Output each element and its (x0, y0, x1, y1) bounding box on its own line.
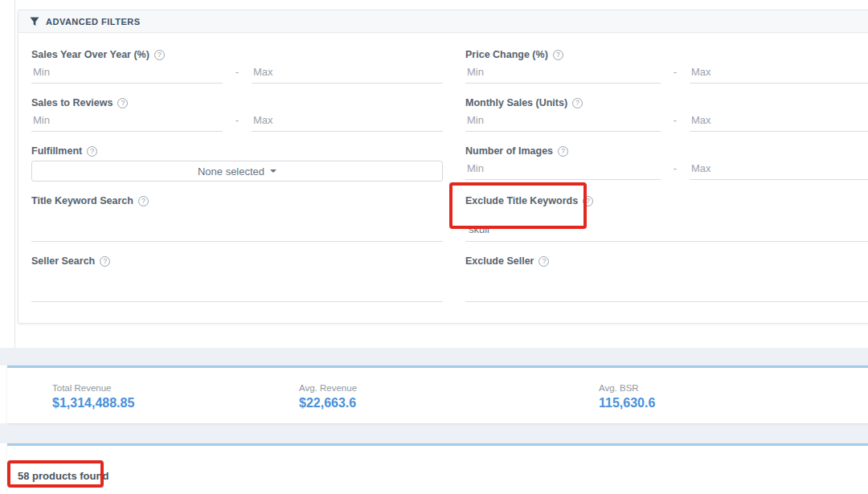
help-icon[interactable]: ? (572, 98, 583, 108)
max-input[interactable] (690, 64, 868, 84)
field-label: Price Change (%) ? (465, 49, 868, 60)
field-label-text: Number of Images (465, 145, 553, 157)
help-icon[interactable]: ? (100, 256, 110, 267)
field-label-text: Fulfillment (31, 145, 82, 157)
min-input[interactable] (31, 112, 223, 132)
filter-funnel-icon (30, 17, 39, 27)
stat-total-revenue: Total Revenue $1,314,488.85 (52, 383, 134, 410)
min-input[interactable] (465, 64, 661, 84)
advanced-filters-title: ADVANCED FILTERS (46, 17, 141, 27)
minmax-inputs: - (465, 64, 868, 84)
stat-label: Avg. Revenue (299, 383, 357, 393)
chevron-down-icon (270, 169, 276, 173)
field-exclude-title-keywords: Exclude Title Keywords ? (465, 195, 868, 242)
filter-row: Sales Year Over Year (%) ? - Price Chang… (31, 49, 868, 84)
help-icon[interactable]: ? (553, 50, 563, 60)
field-number-of-images: Number of Images ? - (465, 145, 868, 182)
max-input[interactable] (252, 112, 443, 132)
products-found-count: 58 products found (18, 470, 108, 482)
field-exclude-seller: Exclude Seller ? (465, 255, 868, 302)
field-label-text: Sales to Reviews (31, 97, 113, 108)
filter-row: Sales to Reviews ? - Monthly Sales (Unit… (31, 97, 868, 132)
stat-label: Total Revenue (52, 383, 134, 393)
fulfillment-select-value: None selected (198, 165, 264, 178)
title-keyword-search-input[interactable] (31, 210, 443, 242)
field-price-change: Price Change (%) ? - (465, 49, 868, 84)
filter-row: Fulfillment ? None selected Number of Im… (31, 145, 868, 182)
stat-value: $22,663.6 (299, 396, 357, 410)
field-label: Fulfillment ? (31, 145, 443, 157)
section-gap (0, 423, 868, 443)
field-seller-search: Seller Search ? (31, 255, 465, 302)
seller-search-input[interactable] (31, 271, 443, 302)
min-input[interactable] (465, 112, 661, 132)
field-label: Title Keyword Search ? (31, 195, 443, 206)
stat-value: 115,630.6 (599, 396, 655, 410)
section-gap (0, 348, 868, 365)
stat-value: $1,314,488.85 (52, 396, 134, 410)
minmax-inputs: - (465, 161, 868, 180)
exclude-title-keywords-input[interactable] (465, 210, 868, 242)
advanced-filters-header[interactable]: ADVANCED FILTERS (18, 10, 868, 33)
content-left-divider (14, 0, 15, 348)
field-label-text: Sales Year Over Year (%) (31, 49, 149, 60)
minmax-inputs: - (31, 112, 443, 132)
stat-avg-bsr: Avg. BSR 115,630.6 (599, 383, 655, 410)
advanced-filters-panel: ADVANCED FILTERS Sales Year Over Year (%… (18, 10, 868, 324)
field-label-text: Title Keyword Search (31, 195, 133, 206)
range-separator: - (661, 163, 690, 180)
help-icon[interactable]: ? (538, 256, 549, 267)
stat-avg-revenue: Avg. Revenue $22,663.6 (299, 383, 357, 410)
minmax-inputs: - (31, 64, 443, 84)
field-label: Exclude Title Keywords ? (465, 195, 868, 206)
min-input[interactable] (465, 161, 661, 180)
help-icon[interactable]: ? (583, 196, 593, 206)
stats-bar: Total Revenue $1,314,488.85 Avg. Revenue… (7, 365, 868, 423)
max-input[interactable] (252, 64, 443, 84)
max-input[interactable] (690, 161, 868, 180)
help-icon[interactable]: ? (138, 196, 149, 206)
field-monthly-sales: Monthly Sales (Units) ? - (465, 97, 868, 132)
help-icon[interactable]: ? (87, 146, 97, 157)
filter-row: Seller Search ? Exclude Seller ? (31, 255, 868, 302)
range-separator: - (661, 67, 690, 84)
field-fulfillment: Fulfillment ? None selected (31, 145, 465, 182)
field-label: Number of Images ? (465, 145, 868, 157)
range-separator: - (223, 67, 252, 84)
field-title-keyword-search: Title Keyword Search ? (31, 195, 465, 242)
help-icon[interactable]: ? (154, 50, 165, 60)
results-section: 58 products found (7, 443, 868, 494)
field-label: Exclude Seller ? (465, 255, 868, 267)
range-separator: - (223, 115, 252, 132)
exclude-seller-input[interactable] (465, 271, 868, 302)
help-icon[interactable]: ? (558, 146, 568, 157)
field-label: Seller Search ? (31, 255, 443, 267)
field-label-text: Exclude Seller (465, 255, 534, 267)
max-input[interactable] (690, 112, 868, 132)
filters-section: ADVANCED FILTERS Sales Year Over Year (%… (0, 0, 868, 348)
field-label-text: Seller Search (31, 255, 95, 267)
field-label-text: Monthly Sales (Units) (465, 97, 567, 108)
help-icon[interactable]: ? (117, 98, 128, 108)
field-sales-year-over-year: Sales Year Over Year (%) ? - (31, 49, 465, 84)
minmax-inputs: - (465, 112, 868, 132)
min-input[interactable] (31, 64, 223, 84)
field-label: Sales Year Over Year (%) ? (31, 49, 443, 60)
field-label-text: Price Change (%) (465, 49, 548, 60)
field-label: Monthly Sales (Units) ? (465, 97, 868, 108)
field-label: Sales to Reviews ? (31, 97, 443, 108)
advanced-filters-body: Sales Year Over Year (%) ? - Price Chang… (18, 33, 868, 323)
field-label-text: Exclude Title Keywords (465, 195, 578, 206)
fulfillment-select[interactable]: None selected (31, 161, 443, 182)
range-separator: - (661, 115, 690, 132)
stat-label: Avg. BSR (599, 383, 655, 393)
filter-row: Title Keyword Search ? Exclude Title Key… (31, 195, 868, 242)
field-sales-to-reviews: Sales to Reviews ? - (31, 97, 465, 132)
